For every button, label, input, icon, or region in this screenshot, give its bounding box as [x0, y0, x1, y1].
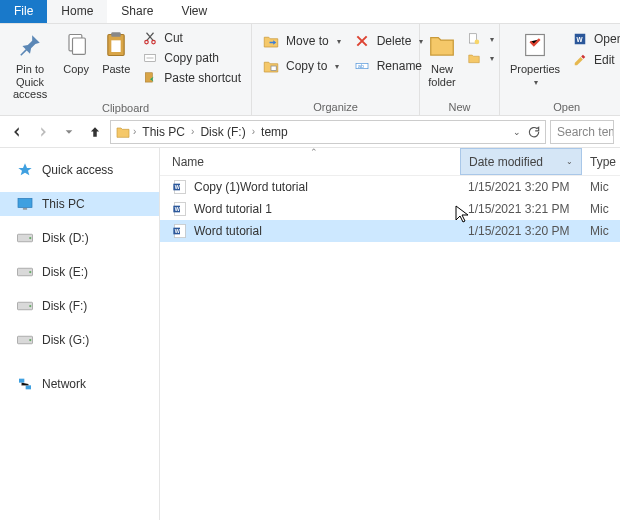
sidebar-item-label: Disk (G:) [42, 333, 89, 347]
drive-icon [16, 230, 34, 246]
recent-locations-button[interactable] [58, 121, 80, 143]
drive-icon [16, 264, 34, 280]
table-row[interactable]: WWord tutorial1/15/2021 3:20 PMMic [160, 220, 620, 242]
pin-icon [14, 29, 46, 61]
paste-button[interactable]: Paste [98, 27, 134, 76]
address-dropdown-button[interactable]: ⌄ [513, 127, 521, 137]
group-new: New folder ▾ ▾ New [420, 24, 500, 115]
ribbon: Pin to Quick access Copy Paste [0, 24, 620, 116]
chevron-right-icon[interactable]: › [252, 126, 255, 137]
sidebar-quick-access[interactable]: Quick access [0, 158, 159, 182]
copy-to-icon [262, 57, 280, 75]
svg-rect-8 [146, 73, 153, 82]
group-label-clipboard: Clipboard [6, 101, 245, 115]
chevron-right-icon[interactable]: › [191, 126, 194, 137]
chevron-down-icon: ▾ [490, 35, 494, 44]
breadcrumb-disk[interactable]: Disk (F:) [196, 125, 249, 139]
group-clipboard: Pin to Quick access Copy Paste [0, 24, 252, 115]
search-input[interactable]: Search temp [550, 120, 614, 144]
svg-point-20 [29, 237, 31, 239]
edit-button[interactable]: Edit [568, 51, 620, 69]
copy-path-button[interactable]: Copy path [138, 49, 245, 67]
sidebar-this-pc[interactable]: This PC [0, 192, 159, 216]
word-doc-icon: W [172, 179, 188, 195]
paste-label: Paste [102, 63, 130, 76]
refresh-button[interactable] [527, 125, 541, 139]
breadcrumb-thispc[interactable]: This PC [138, 125, 189, 139]
rename-icon: ab [353, 57, 371, 75]
rename-label: Rename [377, 59, 422, 73]
file-type: Mic [582, 202, 620, 216]
svg-text:ab: ab [358, 63, 364, 69]
sidebar-item-label: Disk (E:) [42, 265, 88, 279]
group-organize: Move to ▾ Copy to ▾ Delete ▾ [252, 24, 420, 115]
svg-point-26 [29, 339, 31, 341]
back-button[interactable] [6, 121, 28, 143]
paste-shortcut-button[interactable]: Paste shortcut [138, 69, 245, 87]
tab-view[interactable]: View [167, 0, 221, 23]
chevron-down-icon: ▾ [335, 62, 339, 71]
copy-button[interactable]: Copy [58, 27, 94, 76]
new-item-icon [466, 31, 482, 47]
edit-label: Edit [594, 53, 615, 67]
column-headers: ⌃ Name Date modified ⌄ Type [160, 148, 620, 176]
group-label-new: New [426, 100, 493, 114]
svg-rect-28 [26, 385, 31, 389]
network-icon [16, 376, 34, 392]
tab-share[interactable]: Share [107, 0, 167, 23]
forward-button[interactable] [32, 121, 54, 143]
tab-home[interactable]: Home [47, 0, 107, 23]
star-icon [16, 162, 34, 178]
table-row[interactable]: WCopy (1)Word tutorial1/15/2021 3:20 PMM… [160, 176, 620, 198]
monitor-icon [16, 196, 34, 212]
paste-icon [100, 29, 132, 61]
file-type: Mic [582, 180, 620, 194]
column-date-modified[interactable]: Date modified ⌄ [460, 148, 582, 175]
nav-row: › This PC › Disk (F:) › temp ⌄ Search te… [0, 116, 620, 148]
sidebar-disk[interactable]: Disk (G:) [0, 328, 159, 352]
new-item-button[interactable]: ▾ [462, 30, 498, 48]
sidebar-network[interactable]: Network [0, 372, 159, 396]
sidebar-disk[interactable]: Disk (D:) [0, 226, 159, 250]
new-folder-icon [426, 29, 458, 61]
file-date: 1/15/2021 3:20 PM [460, 180, 582, 194]
copy-path-icon [142, 50, 158, 66]
open-button[interactable]: W Open [568, 30, 620, 48]
cut-label: Cut [164, 31, 183, 45]
properties-button[interactable]: Properties ▾ [506, 27, 564, 87]
open-icon: W [572, 31, 588, 47]
drive-icon [16, 298, 34, 314]
chevron-down-icon: ⌄ [566, 157, 573, 166]
file-name: Word tutorial [194, 224, 262, 238]
sidebar-disk[interactable]: Disk (E:) [0, 260, 159, 284]
new-folder-button[interactable]: New folder [426, 27, 458, 88]
paste-shortcut-label: Paste shortcut [164, 71, 241, 85]
svg-rect-17 [18, 198, 32, 207]
delete-label: Delete [377, 34, 412, 48]
svg-rect-27 [19, 379, 24, 383]
delete-button[interactable]: Delete ▾ [349, 30, 428, 52]
new-folder-label: New folder [426, 63, 458, 88]
easy-access-button[interactable]: ▾ [462, 49, 498, 67]
pin-to-quick-access-button[interactable]: Pin to Quick access [6, 27, 54, 101]
table-row[interactable]: WWord tutorial 11/15/2021 3:21 PMMic [160, 198, 620, 220]
sort-indicator-icon: ⌃ [310, 147, 318, 157]
file-list: ⌃ Name Date modified ⌄ Type WCopy (1)Wor… [160, 148, 620, 520]
column-type[interactable]: Type [582, 148, 620, 175]
breadcrumb-folder[interactable]: temp [257, 125, 292, 139]
move-to-icon [262, 32, 280, 50]
chevron-right-icon[interactable]: › [133, 126, 136, 137]
cut-icon [142, 30, 158, 46]
word-doc-icon: W [172, 223, 188, 239]
address-bar[interactable]: › This PC › Disk (F:) › temp ⌄ [110, 120, 546, 144]
sidebar-disk[interactable]: Disk (F:) [0, 294, 159, 318]
nav-pane: Quick access This PC Disk (D:)Disk (E:)D… [0, 148, 160, 520]
copy-icon [60, 29, 92, 61]
tab-file[interactable]: File [0, 0, 47, 23]
svg-point-6 [152, 40, 156, 44]
copy-to-button[interactable]: Copy to ▾ [258, 55, 345, 77]
move-to-button[interactable]: Move to ▾ [258, 30, 345, 52]
cut-button[interactable]: Cut [138, 29, 245, 47]
up-button[interactable] [84, 121, 106, 143]
rename-button[interactable]: ab Rename [349, 55, 428, 77]
